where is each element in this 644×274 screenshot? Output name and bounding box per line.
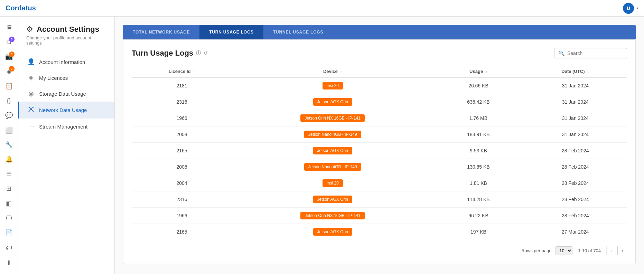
nav-code[interactable]: {} xyxy=(2,94,16,107)
main-layout: 🖥 ⧉5 📷0 ◈0 📋 {} 💬 ⬜ 🔧 🔔 ☰ ⊞ ◧ 🖵 📄 🏷 ⬇ ⚙ xyxy=(0,17,644,274)
nav-doc[interactable]: 📄 xyxy=(2,226,16,239)
table-header-row: Turn Usage Logs ⓘ ↺ 🔍 xyxy=(132,48,627,58)
cell-date: 31 Jan 2024 xyxy=(523,94,627,110)
cell-device: Jetson Nano 4GB - IP-149 xyxy=(232,126,433,143)
svg-point-4 xyxy=(33,111,34,112)
cell-licence-id: 2181 xyxy=(132,78,232,94)
table-row: 2165 Jetson AGX Orin 197 KB 27 Mar 2024 xyxy=(132,224,627,240)
svg-point-1 xyxy=(29,107,30,108)
sidebar-title: Account Settings xyxy=(37,25,99,34)
storage-icon: ◉ xyxy=(27,90,35,97)
col-device[interactable]: Device ↑ xyxy=(232,65,433,78)
nav-display[interactable]: 🖵 xyxy=(2,211,16,225)
sidebar-subtitle: Change your profile and account settings xyxy=(26,35,106,46)
refresh-icon[interactable]: ↺ xyxy=(204,50,208,56)
table-row: 1966 Jetson Orin NX 16GB - IP-141 96.22 … xyxy=(132,208,627,224)
nav-window[interactable]: ⬜ xyxy=(2,123,16,136)
nav-tool[interactable]: 🔧 xyxy=(2,138,16,151)
search-input[interactable] xyxy=(567,50,623,56)
cell-licence-id: 1966 xyxy=(132,110,232,126)
nav-layers2[interactable]: ◧ xyxy=(2,197,16,210)
content-area: TOTAL NETWORK USAGE TURN USAGE LOGS TUNN… xyxy=(115,17,644,274)
stream-icon: ⋯ xyxy=(27,123,35,130)
sidebar-item-label: Network Data Usage xyxy=(39,107,87,113)
col-date[interactable]: Date (UTC) ↓ xyxy=(523,65,627,78)
usage-table: Licence Id ↑ Device ↑ Usage ↑ Date (UT xyxy=(132,65,627,240)
cell-licence-id: 2316 xyxy=(132,94,232,110)
cell-device: Jetson AGX Orin xyxy=(232,224,433,240)
rows-per-page-select[interactable]: 5 10 25 50 xyxy=(556,246,572,255)
prev-page-button[interactable]: ‹ xyxy=(606,246,616,255)
rows-per-page-label: Rows per page: xyxy=(521,248,553,253)
cell-usage: 114.28 KB xyxy=(433,191,523,208)
device-badge: Jetson AGX Orin xyxy=(313,147,352,154)
tab-tunnel-usage-logs[interactable]: TUNNEL USAGE LOGS xyxy=(263,25,333,39)
nav-grid[interactable]: ⊞ xyxy=(2,182,16,195)
nav-camera[interactable]: 📷0 xyxy=(2,50,16,63)
svg-point-3 xyxy=(29,111,30,112)
topbar: Cordatus U ▾ xyxy=(0,0,644,17)
cell-date: 28 Feb 2024 xyxy=(523,159,627,175)
sidebar-item-storage-data-usage[interactable]: ◉ Storage Data Usage xyxy=(18,86,114,102)
table-row: 2165 Jetson AGX Orin 9.53 KB 28 Feb 2024 xyxy=(132,143,627,159)
page-info: 1-10 of 704 xyxy=(578,248,601,253)
col-licence-id[interactable]: Licence Id ↑ xyxy=(132,65,232,78)
sidebar-item-label: My Licences xyxy=(39,75,68,81)
sidebar-item-my-licences[interactable]: ◈ My Licences xyxy=(18,70,114,86)
cell-device: Jetson AGX Orin xyxy=(232,191,433,208)
table-row: 2008 Jetson Nano 4GB - IP-149 183.91 KB … xyxy=(132,126,627,143)
device-badge: Jetson AGX Orin xyxy=(313,196,352,203)
device-badge: Jetson Orin NX 16GB - IP-141 xyxy=(300,114,364,122)
nav-layers[interactable]: ⧉5 xyxy=(2,35,16,48)
sidebar-item-label: Stream Management xyxy=(39,124,87,130)
app-logo[interactable]: Cordatus xyxy=(6,4,36,12)
table-row: 2004 msi 20 1.81 KB 28 Feb 2024 xyxy=(132,175,627,191)
device-badge: msi 20 xyxy=(323,179,343,187)
nav-label[interactable]: 🏷 xyxy=(2,241,16,255)
sidebar-item-label: Account Information xyxy=(39,59,85,65)
nav-bell[interactable]: 🔔 xyxy=(2,153,16,166)
cell-date: 28 Feb 2024 xyxy=(523,191,627,208)
cell-licence-id: 2004 xyxy=(132,175,232,191)
nav-download[interactable]: ⬇ xyxy=(2,256,16,270)
nav-monitor[interactable]: 🖥 xyxy=(2,21,16,34)
nav-chat[interactable]: 💬 xyxy=(2,109,16,122)
cell-licence-id: 2316 xyxy=(132,191,232,208)
table-row: 2316 Jetson AGX Orin 636.42 KB 31 Jan 20… xyxy=(132,94,627,110)
table-title: Turn Usage Logs ⓘ ↺ xyxy=(132,49,208,58)
settings-gear-icon: ⚙ xyxy=(26,25,33,34)
nav-tag[interactable]: ◈0 xyxy=(2,65,16,78)
col-usage[interactable]: Usage ↑ xyxy=(433,65,523,78)
cell-licence-id: 2165 xyxy=(132,143,232,159)
cell-date: 27 Mar 2024 xyxy=(523,224,627,240)
cell-device: msi 20 xyxy=(232,175,433,191)
sort-asc-icon: ↑ xyxy=(193,70,195,74)
cell-licence-id: 2165 xyxy=(132,224,232,240)
sidebar-item-account-information[interactable]: 👤 Account Information xyxy=(18,54,114,70)
cell-usage: 636.42 KB xyxy=(433,94,523,110)
cell-device: Jetson Orin NX 16GB - IP-141 xyxy=(232,208,433,224)
nav-book[interactable]: 📋 xyxy=(2,79,16,93)
table-row: 2181 msi 20 26.66 KB 31 Jan 2024 xyxy=(132,78,627,94)
cell-licence-id: 1966 xyxy=(132,208,232,224)
tab-total-network-usage[interactable]: TOTAL NETWORK USAGE xyxy=(123,25,199,39)
rows-per-page: Rows per page: 5 10 25 50 xyxy=(521,246,572,255)
user-menu[interactable]: U ▾ xyxy=(623,3,638,14)
sort-asc-icon: ↑ xyxy=(340,70,342,74)
sidebar-item-stream-management[interactable]: ⋯ Stream Management xyxy=(18,119,114,134)
cell-usage: 9.53 KB xyxy=(433,143,523,159)
sidebar-item-network-data-usage[interactable]: Network Data Usage xyxy=(18,102,114,119)
tabs: TOTAL NETWORK USAGE TURN USAGE LOGS TUNN… xyxy=(123,25,636,39)
device-badge: Jetson Nano 4GB - IP-149 xyxy=(304,131,361,138)
cell-date: 31 Jan 2024 xyxy=(523,78,627,94)
next-page-button[interactable]: › xyxy=(617,246,627,255)
tab-turn-usage-logs[interactable]: TURN USAGE LOGS xyxy=(199,25,263,39)
cell-licence-id: 2008 xyxy=(132,159,232,175)
device-badge: msi 20 xyxy=(323,82,343,89)
user-avatar: U xyxy=(623,3,634,14)
cell-date: 31 Jan 2024 xyxy=(523,126,627,143)
nav-list[interactable]: ☰ xyxy=(2,168,16,181)
info-icon[interactable]: ⓘ xyxy=(196,50,201,56)
svg-point-2 xyxy=(33,107,34,108)
sidebar-item-label: Storage Data Usage xyxy=(39,91,86,97)
